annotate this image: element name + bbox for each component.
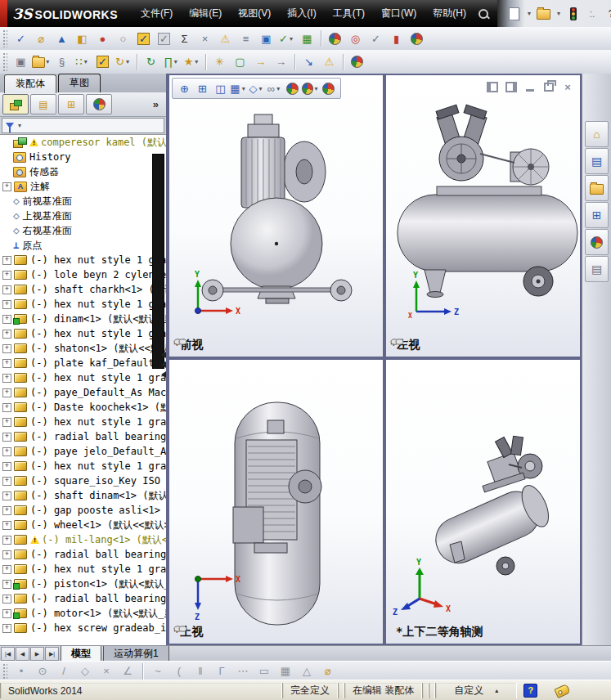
- interference-detection-button[interactable]: ⚠: [320, 52, 339, 71]
- section-view-button[interactable]: ◫: [212, 80, 229, 97]
- expand-toggle[interactable]: +: [2, 403, 11, 412]
- spline-button[interactable]: ~: [149, 663, 167, 680]
- rotate-component-disabled-button[interactable]: →: [272, 52, 290, 71]
- sheet-nav-2[interactable]: ▶: [30, 647, 44, 661]
- design-checker-button[interactable]: ✓: [134, 29, 153, 48]
- tab-model[interactable]: 模型: [61, 646, 101, 662]
- sheet-nav-0[interactable]: |◀: [1, 647, 15, 661]
- smart-mates-drop-icon[interactable]: ▾: [193, 58, 200, 65]
- expand-toggle[interactable]: +: [2, 300, 11, 309]
- render-region-button[interactable]: ▮: [387, 29, 406, 48]
- expand-toggle[interactable]: +: [2, 477, 11, 486]
- menu-window[interactable]: 窗口(W): [373, 4, 425, 23]
- tree-item-21[interactable]: +(-) paye jelo_Default_As M: [0, 444, 166, 459]
- tree-item-31[interactable]: +(-) radial ball bearing_68: [0, 591, 166, 606]
- doc-minimize-button[interactable]: [523, 81, 537, 92]
- open-part-drop-icon[interactable]: ▾: [45, 58, 51, 65]
- grid-button[interactable]: ▦: [276, 663, 294, 680]
- expand-toggle[interactable]: +: [2, 506, 11, 515]
- tree-item-3[interactable]: +A注解: [0, 179, 166, 194]
- centerline-button[interactable]: ⋯: [234, 663, 252, 680]
- component-pattern-button[interactable]: ∷▾: [73, 52, 92, 71]
- expand-toggle[interactable]: +: [2, 388, 11, 397]
- options-dots-button[interactable]: :.: [585, 7, 600, 21]
- tree-item-22[interactable]: +(-) hex nut style 1 grades: [0, 459, 166, 473]
- filter-funnel-icon[interactable]: [6, 123, 14, 128]
- rotate-component-button[interactable]: ↻▾: [114, 52, 133, 71]
- hide-show-items-drop-icon[interactable]: ▾: [275, 85, 281, 92]
- import-diagnostics-button[interactable]: ⚠: [216, 29, 235, 48]
- spell-checker-button[interactable]: ✓: [11, 29, 30, 48]
- tree-item-25[interactable]: +(-) gap pooste asli<1> (默: [0, 503, 166, 518]
- tree-item-5[interactable]: ◇上视基准面: [0, 209, 166, 223]
- tree-item-6[interactable]: ◇右视基准面: [0, 223, 166, 238]
- rotate-component-drop-icon[interactable]: ▾: [124, 58, 131, 65]
- help-button[interactable]: ?: [604, 7, 611, 21]
- more-tabs-chevron[interactable]: »: [153, 98, 159, 110]
- zoom-to-fit-button[interactable]: ⊕: [176, 80, 193, 97]
- trim-entities-button[interactable]: ×: [97, 663, 115, 680]
- attachment-button[interactable]: §: [52, 52, 71, 71]
- statistics-button[interactable]: ○: [114, 29, 133, 48]
- tree-item-28[interactable]: +(-) radial ball bearing_68: [0, 547, 166, 562]
- file-explorer-button[interactable]: [585, 175, 609, 201]
- integrated-render-preview-button[interactable]: ◉: [326, 29, 344, 48]
- expand-toggle[interactable]: +: [2, 359, 11, 368]
- extend-entities-button[interactable]: ∠: [119, 663, 137, 680]
- expand-toggle[interactable]: +: [2, 609, 11, 618]
- tree-item-9[interactable]: +(-) lole beyn 2 cylender<1: [0, 267, 166, 282]
- expand-toggle[interactable]: +: [2, 330, 11, 339]
- open-document-drop-icon[interactable]: ▾: [555, 10, 562, 17]
- viewport-front[interactable]: Y X *前视: [169, 75, 383, 357]
- expand-toggle[interactable]: +: [2, 565, 11, 574]
- expand-toggle[interactable]: +: [2, 344, 11, 353]
- check-document-button[interactable]: ✓: [155, 29, 173, 48]
- tree-item-29[interactable]: +(-) hex nut style 1 grades: [0, 562, 166, 577]
- tree-item-1[interactable]: History: [0, 150, 166, 164]
- tree-item-8[interactable]: +(-) hex nut style 1 grades: [0, 253, 166, 267]
- component-pattern-drop-icon[interactable]: ▾: [83, 58, 89, 65]
- view-orientation-drop-icon[interactable]: ▾: [240, 85, 247, 92]
- propertymanager-tab[interactable]: ▤: [30, 94, 56, 114]
- tree-scrollbar[interactable]: [152, 154, 164, 369]
- expand-toggle[interactable]: +: [2, 315, 11, 324]
- display-style-drop-icon[interactable]: ▾: [258, 85, 264, 92]
- edit-appearance-button[interactable]: ●: [284, 80, 301, 97]
- sheet-nav-1[interactable]: ◀: [16, 647, 29, 661]
- tree-item-10[interactable]: +(-) shaft charkh<1> (默认<: [0, 282, 166, 297]
- tree-item-17[interactable]: +(-) paye_Default_As Machi: [0, 385, 166, 400]
- tree-item-26[interactable]: +(-) wheel<1> (默认<<默认>_: [0, 518, 166, 532]
- filter-drop-icon[interactable]: ▾: [16, 122, 23, 129]
- tree-root-item[interactable]: !comperesor kamel (默认<默: [0, 135, 166, 150]
- tree-item-4[interactable]: ◇前视基准面: [0, 194, 166, 209]
- tree-item-24[interactable]: +(-) shaft dinam<1> (默认<<: [0, 488, 166, 503]
- smart-mates-button[interactable]: ★▾: [182, 52, 201, 71]
- expand-toggle[interactable]: +: [2, 536, 11, 545]
- expand-toggle[interactable]: +: [2, 595, 11, 604]
- view-palette-button[interactable]: ⊞: [585, 202, 609, 228]
- tree-item-27[interactable]: +!(-) mil-lang<1> (默认<<: [0, 532, 166, 547]
- view-orientation-button[interactable]: ▦▾: [230, 80, 247, 97]
- search-icon[interactable]: [478, 8, 489, 20]
- costing-button[interactable]: ▦: [298, 29, 317, 48]
- panel-tab-1[interactable]: 草图: [58, 74, 101, 92]
- expand-toggle[interactable]: +: [2, 580, 11, 589]
- tree-item-15[interactable]: +(-) plate kaf_Default_As M: [0, 356, 166, 370]
- insert-component-button[interactable]: ▣: [11, 52, 30, 71]
- new-document[interactable]: [507, 7, 522, 21]
- expand-toggle[interactable]: +: [2, 256, 11, 265]
- tree-item-18[interactable]: +(-) Daste koochek<1> (默认: [0, 400, 166, 415]
- render-check-button[interactable]: ✓: [366, 29, 385, 48]
- render-rings-button[interactable]: ◎: [346, 29, 365, 48]
- check-active-document-button[interactable]: ✓▾: [277, 29, 296, 48]
- expand-toggle[interactable]: +: [2, 447, 11, 456]
- measure-sketch-button[interactable]: ⌀: [319, 663, 337, 680]
- expand-toggle[interactable]: +: [2, 271, 11, 280]
- offset-entities-button[interactable]: ‖: [191, 663, 209, 680]
- tree-item-16[interactable]: +(-) hex nut style 1 grades: [0, 370, 166, 385]
- polygon-button[interactable]: ◇: [76, 663, 94, 680]
- doc-restore-button[interactable]: [542, 81, 555, 92]
- file-compare-button[interactable]: ▣: [257, 29, 276, 48]
- expand-toggle[interactable]: +: [2, 491, 11, 500]
- mate-button[interactable]: ∏▾: [162, 52, 181, 71]
